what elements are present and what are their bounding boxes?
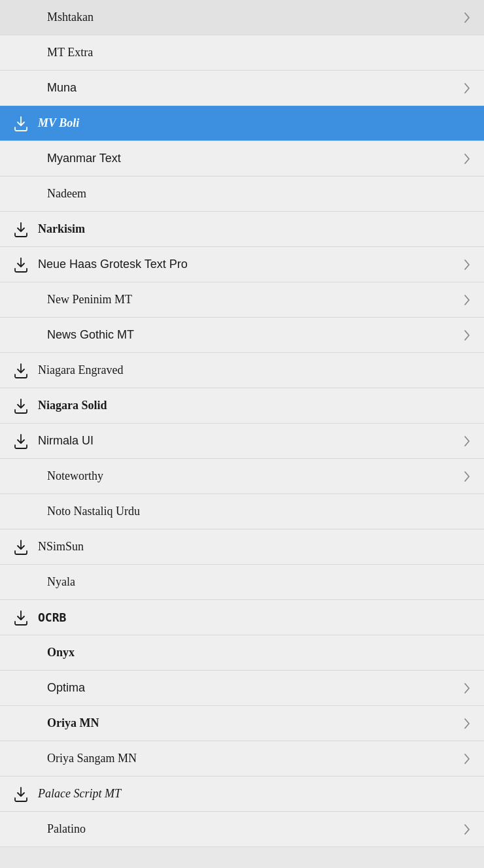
font-item-nadeem[interactable]: Nadeem (0, 176, 484, 212)
chevron-icon (460, 293, 474, 307)
font-name-palatino: Palatino (47, 822, 460, 836)
font-name-nyala: Nyala (47, 575, 474, 589)
font-name-noto-nastaliq: Noto Nastaliq Urdu (47, 505, 474, 518)
font-item-niagara-engraved[interactable]: Niagara Engraved (0, 353, 484, 388)
font-name-new-peninim: New Peninim MT (47, 293, 460, 307)
font-name-mshtakan: Mshtakan (47, 10, 460, 24)
font-item-nsimsun[interactable]: NSimSun (0, 529, 484, 565)
font-name-niagara-engraved: Niagara Engraved (38, 363, 474, 377)
font-item-onyx[interactable]: Onyx (0, 635, 484, 671)
font-item-oriya-mn[interactable]: Oriya MN (0, 706, 484, 741)
font-name-nsimsun: NSimSun (38, 540, 474, 554)
chevron-icon (460, 752, 474, 765)
font-item-noteworthy[interactable]: Noteworthy (0, 459, 484, 494)
chevron-icon (460, 823, 474, 836)
download-icon (10, 360, 31, 381)
chevron-icon (460, 82, 474, 95)
font-name-nirmala-ui: Nirmala UI (38, 434, 460, 448)
font-item-narkisim[interactable]: Narkisim (0, 212, 484, 247)
font-name-myanmar-text: Myanmar Text (47, 152, 460, 165)
font-name-niagara-solid: Niagara Solid (38, 399, 474, 412)
font-item-mv-boli[interactable]: MV Boli (0, 106, 484, 141)
download-icon (10, 113, 31, 134)
chevron-icon (460, 717, 474, 730)
font-item-noto-nastaliq[interactable]: Noto Nastaliq Urdu (0, 494, 484, 529)
chevron-icon (460, 152, 474, 165)
font-name-mv-boli: MV Boli (38, 116, 474, 130)
chevron-icon (460, 258, 474, 271)
chevron-icon (460, 435, 474, 448)
chevron-icon (460, 682, 474, 695)
font-item-optima[interactable]: Optima (0, 671, 484, 706)
font-item-muna[interactable]: Muna (0, 71, 484, 106)
font-item-oriya-sangam[interactable]: Oriya Sangam MN (0, 741, 484, 776)
font-item-neue-haas[interactable]: Neue Haas Grotesk Text Pro (0, 247, 484, 282)
font-name-ocrb: OCRB (38, 610, 474, 624)
chevron-icon (460, 470, 474, 483)
font-item-nirmala-ui[interactable]: Nirmala UI (0, 424, 484, 459)
download-icon (10, 254, 31, 275)
download-icon (10, 219, 31, 240)
font-item-news-gothic[interactable]: News Gothic MT (0, 318, 484, 353)
font-item-new-peninim[interactable]: New Peninim MT (0, 282, 484, 318)
font-item-palatino[interactable]: Palatino (0, 812, 484, 847)
font-name-oriya-sangam: Oriya Sangam MN (47, 752, 460, 765)
font-name-narkisim: Narkisim (38, 222, 474, 236)
font-name-mt-extra: MT Extra (47, 46, 474, 59)
chevron-icon (460, 11, 474, 24)
font-item-mshtakan[interactable]: Mshtakan (0, 0, 484, 35)
font-name-neue-haas: Neue Haas Grotesk Text Pro (38, 258, 460, 271)
download-icon (10, 395, 31, 416)
font-name-nadeem: Nadeem (47, 187, 474, 201)
download-icon (10, 607, 31, 628)
download-icon (10, 431, 31, 452)
font-name-muna: Muna (47, 81, 460, 95)
font-item-myanmar-text[interactable]: Myanmar Text (0, 141, 484, 176)
download-icon (10, 537, 31, 558)
chevron-icon (460, 329, 474, 342)
font-list: Mshtakan MT ExtraMuna MV BoliMyanmar Tex… (0, 0, 484, 847)
download-icon (10, 784, 31, 805)
font-name-optima: Optima (47, 681, 460, 695)
font-name-oriya-mn: Oriya MN (47, 716, 460, 730)
font-name-noteworthy: Noteworthy (47, 469, 460, 483)
font-item-mt-extra[interactable]: MT Extra (0, 35, 484, 71)
font-name-palace-script: Palace Script MT (38, 787, 474, 801)
font-item-ocrb[interactable]: OCRB (0, 600, 484, 635)
font-item-nyala[interactable]: Nyala (0, 565, 484, 600)
font-name-news-gothic: News Gothic MT (47, 328, 460, 342)
font-item-niagara-solid[interactable]: Niagara Solid (0, 388, 484, 424)
font-item-palace-script[interactable]: Palace Script MT (0, 776, 484, 812)
font-name-onyx: Onyx (47, 646, 474, 659)
